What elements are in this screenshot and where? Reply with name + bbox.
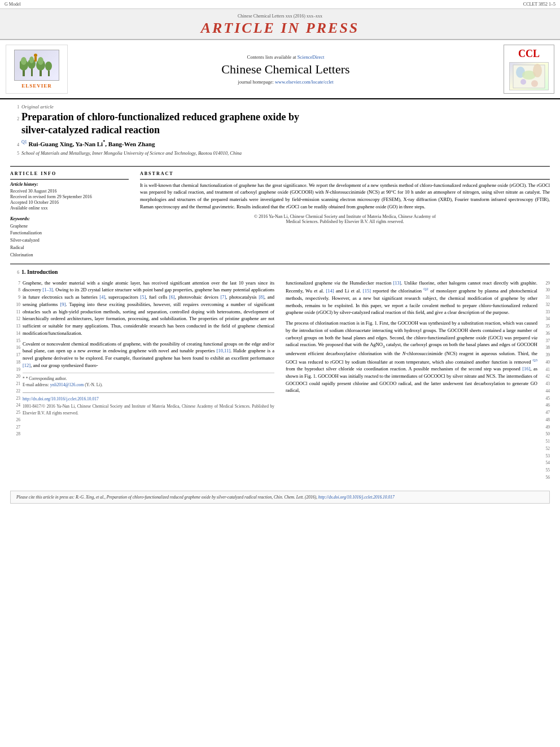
accepted-date: Accepted 10 October 2016 (10, 200, 129, 205)
authors-line: Q1 Rui-Guang Xing, Ya-Nan Li*, Bang-Wen … (21, 139, 550, 147)
elsevier-text: ELSEVIER (21, 83, 52, 89)
svg-point-5 (29, 56, 34, 63)
right-para-1: functionalized graphene via the Hunsdiec… (286, 279, 537, 317)
ref-12[interactable]: [12] (23, 362, 30, 368)
citation-box: Please cite this article in press as: R.… (10, 491, 550, 504)
line-num-6: 6 (10, 270, 19, 275)
keyword-chlorination: Chlorination (10, 252, 129, 259)
svg-rect-12 (34, 57, 37, 62)
article-info-heading: ARTICLE INFO (10, 171, 129, 176)
article-info-abstract-section: ARTICLE INFO Article history: Received 3… (10, 166, 550, 259)
line-num-1: 1 (10, 104, 19, 110)
q1-badge: Q1 (21, 139, 27, 145)
footnote-area: * * Corresponding author. E-mail address… (23, 373, 274, 388)
svg-point-17 (520, 79, 526, 85)
citation-doi-link[interactable]: http://dx.doi.org/10.1016/j.cclet.2016.1… (318, 495, 395, 500)
keyword-functionalization: Functionalization (10, 230, 129, 237)
svg-point-8 (38, 57, 43, 65)
homepage-url[interactable]: www.elsevier.com/locate/cclet (275, 79, 334, 85)
keywords-heading: Keywords: (10, 216, 129, 221)
svg-rect-9 (48, 71, 50, 76)
ref-1-3[interactable]: [1–3] (42, 287, 53, 292)
elsevier-logo: ELSEVIER (6, 45, 68, 94)
ref-5[interactable]: [5] (140, 294, 146, 300)
g-model-label: G Model (5, 2, 21, 7)
email-link[interactable]: ynli2014@126.com (50, 382, 84, 387)
right-para-2: The process of chlorination reaction is … (286, 320, 537, 394)
journal-info: Contents lists available at ScienceDirec… (73, 45, 498, 94)
homepage-line: journal homepage: www.elsevier.com/locat… (73, 79, 498, 85)
q2-badge: Q2 (423, 287, 428, 291)
email-note: E-mail address: ynli2014@126.com (Y.-N. … (23, 382, 274, 388)
contents-line: Contents lists available at ScienceDirec… (73, 54, 498, 60)
svg-point-2 (21, 57, 27, 65)
keywords-list: Graphene Functionalization Silver-cataly… (10, 223, 129, 259)
svg-point-11 (34, 54, 37, 57)
ccl-logo: CCL (504, 45, 554, 94)
section-title: 1. Introduction (21, 269, 550, 275)
line-num-4: 4 (10, 142, 19, 147)
corr-author-note: * * Corresponding author. (23, 375, 274, 382)
svg-point-18 (531, 80, 538, 87)
abstract-heading: ABSTRACT (140, 171, 550, 176)
abstract-copyright: © 2016 Ya-Nan Li, Chinese Chemical Socie… (140, 214, 550, 224)
aip-title: ARTICLE IN PRESS (0, 20, 560, 37)
line-num-2: 2 (10, 116, 19, 121)
article-in-press-banner: Chinese Chemical Letters xxx (2016) xxx–… (0, 9, 560, 40)
keyword-silver: Silver-catalyzed (10, 237, 129, 244)
journal-title: Chinese Chemical Letters (73, 62, 498, 77)
line-num-5: 5 (10, 151, 19, 156)
two-col-body: 7891011121314 1516171819202122 232425262… (10, 279, 550, 482)
affiliation: School of Materials and Metallurgy, Inne… (21, 150, 550, 156)
elsevier-logo-image (14, 50, 59, 81)
article-info-col: ARTICLE INFO Article history: Received 3… (10, 171, 129, 259)
available-online: Available online xxx (10, 206, 129, 211)
abstract-col: ABSTRACT It is well-known that chemical … (140, 171, 550, 259)
top-bar: G Model CCLET 3852 1–5 (0, 0, 560, 9)
body-section: 6 1. Introduction 7891011121314 15161718… (10, 264, 550, 482)
keyword-radical: Radical (10, 244, 129, 252)
article-history-heading: Article history: (10, 182, 129, 187)
ref-14[interactable]: [14] (326, 288, 334, 294)
elsevier-tree-svg (20, 53, 54, 78)
ccl-abbrev: CCL (518, 48, 540, 60)
ref-4[interactable]: [4] (99, 294, 105, 300)
doi-link[interactable]: http://dx.doi.org/10.1016/j.cclet.2016.1… (23, 396, 99, 401)
right-line-numbers: 2930313233343536 3738394041424344 454647… (540, 279, 550, 482)
footer-copyright: 1001-8417/© 2016 Ya-Nan Li, Chinese Chem… (23, 403, 274, 416)
svg-point-10 (45, 62, 52, 71)
left-body-col: 7891011121314 1516171819202122 232425262… (10, 279, 274, 482)
ref-7[interactable]: [7] (220, 294, 226, 300)
left-body-text: Graphene, the wonder material with a sin… (23, 279, 274, 482)
ref-15[interactable]: [15] (363, 288, 371, 294)
ref-8[interactable]: [8] (259, 294, 264, 300)
received-date: Received 30 August 2016 (10, 189, 129, 194)
journal-header: ELSEVIER Contents lists available at Sci… (0, 40, 560, 99)
ref-6[interactable]: [6] (169, 294, 175, 300)
citation-text: Please cite this article in press as: R.… (16, 495, 395, 500)
article-title: Preparation of chloro-functionalized red… (21, 111, 550, 136)
sciencedirect-link[interactable]: ScienceDirect (298, 54, 325, 60)
ref-16[interactable]: [16] (522, 366, 530, 372)
left-line-numbers: 7891011121314 1516171819202122 232425262… (10, 279, 20, 482)
article-footer: http://dx.doi.org/10.1016/j.cclet.2016.1… (23, 392, 274, 416)
ref-9[interactable]: [9] (60, 302, 65, 307)
cclet-ref: CCLET 3852 1–5 (523, 2, 555, 7)
revised-date: Received in revised form 29 September 20… (10, 194, 129, 199)
main-content: 1 Original article 2 Preparation of chlo… (0, 99, 560, 486)
ref-13[interactable]: [13] (393, 280, 401, 286)
ccl-cover-svg (512, 64, 546, 89)
article-type: Original article (21, 104, 550, 110)
q3-badge: Q3 (532, 358, 537, 362)
journal-cite: Chinese Chemical Letters xxx (2016) xxx–… (0, 14, 560, 19)
svg-point-16 (533, 64, 542, 77)
body-para-1: Graphene, the wonder material with a sin… (23, 279, 274, 337)
abstract-text: It is well-known that chemical functiona… (140, 182, 550, 211)
right-body-col: functionalized graphene via the Hunsdiec… (286, 279, 550, 482)
body-para-2: Covalent or noncovalent chemical modific… (23, 340, 274, 369)
section-number: 1. (21, 269, 26, 275)
svg-rect-3 (31, 68, 33, 76)
ref-10-11[interactable]: [10,11] (217, 348, 230, 353)
right-body-text: functionalized graphene via the Hunsdiec… (286, 279, 537, 482)
section-title-text: Introduction (27, 269, 58, 275)
